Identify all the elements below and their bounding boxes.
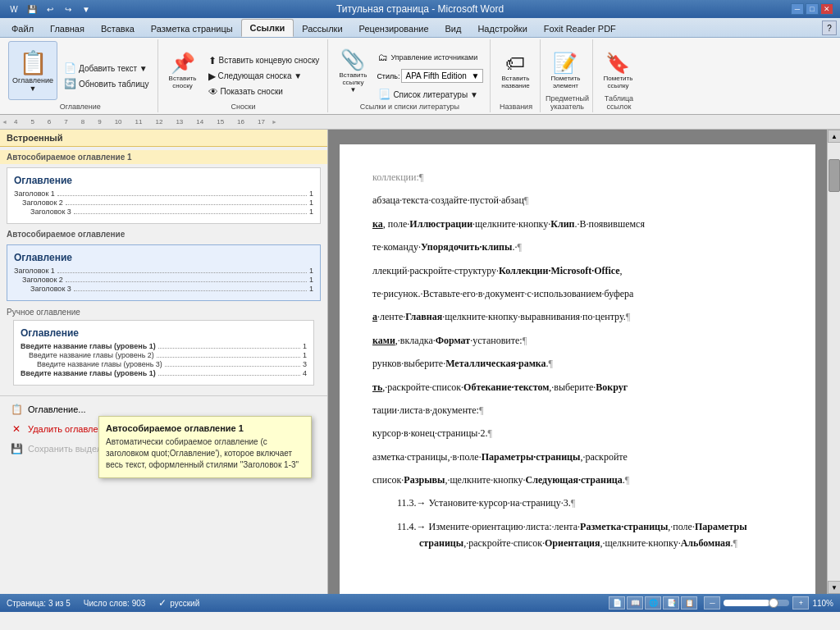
zoom-out-btn[interactable]: ─ (704, 596, 720, 609)
show-footnotes-label: Показать сноски (221, 87, 283, 96)
quick-redo-btn[interactable]: ↪ (61, 2, 75, 16)
print-view-btn[interactable]: 📄 (609, 596, 625, 609)
tab-insert[interactable]: Вставка (93, 21, 143, 37)
ruler: ◄ 4 5 6 7 8 9 10 11 12 13 14 15 16 17 ► (0, 115, 840, 130)
document-page: коллекции:¶ абзаца·текста·создайте·пусто… (340, 144, 815, 594)
outline-view-btn[interactable]: 📑 (663, 596, 679, 609)
close-btn[interactable]: ✕ (820, 3, 833, 15)
tab-addins[interactable]: Надстройки (469, 21, 535, 37)
next-footnote-icon: ▶ (208, 71, 216, 82)
word-count: Число слов: 903 (84, 599, 146, 608)
tab-home[interactable]: Главная (42, 21, 93, 37)
quick-save-btn[interactable]: 💾 (25, 2, 39, 16)
tab-mailings[interactable]: Рассылки (294, 21, 350, 37)
add-text-label: Добавить текст ▼ (79, 64, 148, 73)
ribbon-tabs: Файл Главная Вставка Разметка страницы С… (0, 18, 840, 38)
zoom-bar: ─ + 110% (704, 596, 833, 609)
scroll-track[interactable] (828, 143, 840, 581)
style-value: APA Fifth Edition (405, 71, 466, 80)
maximize-btn[interactable]: □ (806, 3, 819, 15)
auto-toc-1-title: Оглавление (14, 175, 313, 186)
tab-pagelayout[interactable]: Разметка страницы (143, 21, 241, 37)
tab-references[interactable]: Ссылки (241, 19, 294, 37)
mark-citation-btn[interactable]: 🔖 Пометитьссылку (599, 41, 637, 100)
tab-view[interactable]: Вид (437, 21, 470, 37)
insert-citation-btn[interactable]: 📎 Вставитьссылку ▼ (334, 41, 372, 100)
mark-citation-icon: 🔖 (605, 52, 630, 75)
toc-line: Введите название главы (уровень 1)4 (21, 369, 307, 377)
fullscreen-btn[interactable]: 📖 (627, 596, 643, 609)
doc-para-14: список·Разрывы,·щелкните·кнопку·Следующа… (372, 472, 783, 488)
insert-citation-icon: 📎 (340, 48, 365, 71)
manual-toc-box[interactable]: Оглавление Введите название главы (урове… (13, 320, 314, 386)
tab-review[interactable]: Рецензирование (351, 21, 437, 37)
update-table-btn[interactable]: 🔄Обновить таблицу (61, 76, 153, 91)
manage-sources-btn[interactable]: 🗂Управление источниками (375, 50, 485, 65)
add-text-btn[interactable]: 📄Добавить текст ▼ (61, 61, 153, 75)
doc-para-3: ка, поле·Иллюстрации·щелкните·кнопку·Кли… (372, 216, 783, 232)
para-mark: коллекции: (372, 171, 419, 183)
insert-caption-label: Вставитьназвание (501, 75, 529, 89)
window-title: Титульная страница - Microsoft Word (336, 3, 504, 15)
toc-line: Заголовок 11 (14, 267, 313, 275)
save-toc-icon: 💾 (10, 442, 23, 455)
panel-header-label: Встроенный (7, 133, 62, 143)
quick-custom-btn[interactable]: ▼ (79, 2, 94, 16)
insert-endnote-label: Вставить концевую сноску (219, 56, 320, 65)
ribbon-group-toc: 📋 Оглавление ▼ 📄Добавить текст ▼ 🔄Обнови… (3, 39, 158, 112)
manual-toc-label: Ручное оглавление (7, 308, 321, 317)
manage-sources-icon: 🗂 (378, 52, 388, 63)
show-footnotes-btn[interactable]: 👁Показать сноски (205, 84, 323, 99)
insert-footnote-btn[interactable]: 📌 Вставитьсноску (164, 41, 202, 100)
document-scroll-area[interactable]: коллекции:¶ абзаца·текста·создайте·пусто… (328, 130, 827, 594)
tooltip-title: Автособираемое оглавление 1 (106, 423, 304, 433)
scroll-down-btn[interactable]: ▼ (828, 581, 840, 594)
toc-line: Заголовок 31 (14, 285, 313, 293)
insert-caption-btn[interactable]: 🏷 Вставитьназвание (496, 41, 534, 100)
doc-para-10: ть,·раскройте·список·Обтекание·текстом,·… (372, 379, 783, 395)
auto-toc-1-box[interactable]: Оглавление Заголовок 11 Заголовок 21 Заг… (7, 167, 321, 224)
main-area: Встроенный Автособираемое оглавление 1 О… (0, 130, 840, 594)
mark-entry-btn[interactable]: 📝 Пометитьэлемент (546, 41, 584, 100)
update-table-icon: 🔄 (64, 78, 76, 89)
document-area[interactable]: коллекции:¶ абзаца·текста·создайте·пусто… (328, 130, 840, 594)
help-btn[interactable]: ? (822, 21, 837, 35)
toc-button[interactable]: 📋 Оглавление ▼ (8, 41, 57, 100)
zoom-slider[interactable] (724, 600, 789, 606)
doc-para-8: ками,·вкладка·Формат·установите:¶ (372, 332, 783, 349)
draft-view-btn[interactable]: 📋 (681, 596, 697, 609)
web-view-btn[interactable]: 🌐 (645, 596, 661, 609)
auto-toc-2-box[interactable]: Оглавление Заголовок 11 Заголовок 21 Заг… (7, 244, 321, 301)
ribbon-group-cit-table: 🔖 Пометитьссылку Таблица ссылок (594, 39, 643, 112)
toc-line: Заголовок 21 (14, 199, 313, 207)
vertical-scrollbar[interactable]: ▲ ▼ (827, 130, 840, 594)
zoom-fill (724, 600, 769, 606)
bibliography-icon: 📃 (378, 89, 390, 100)
auto-toc-section-2: Автособираемое оглавление Оглавление Заг… (0, 227, 327, 301)
scroll-up-btn[interactable]: ▲ (828, 130, 840, 143)
mark-entry-label: Пометитьэлемент (551, 75, 581, 89)
toc-dropdown-panel: Встроенный Автособираемое оглавление 1 О… (0, 130, 328, 594)
doc-para-13: азметка·страницы,·в·поле·Параметры·стран… (372, 449, 783, 465)
doc-para-1: коллекции:¶ (372, 169, 783, 185)
style-dropdown[interactable]: APA Fifth Edition ▼ (401, 69, 483, 83)
tab-foxit[interactable]: Foxit Reader PDF (536, 21, 624, 37)
language-label: русский (170, 599, 199, 608)
minimize-btn[interactable]: ─ (791, 3, 804, 15)
tab-file[interactable]: Файл (3, 21, 42, 37)
document-text: коллекции:¶ абзаца·текста·создайте·пусто… (372, 169, 783, 552)
mark-citation-label: Пометитьссылку (604, 75, 633, 89)
show-footnotes-icon: 👁 (208, 86, 218, 98)
next-footnote-btn[interactable]: ▶Следующая сноска ▼ (205, 69, 323, 84)
scroll-thumb[interactable] (829, 159, 840, 192)
quick-undo-btn[interactable]: ↩ (43, 2, 57, 16)
toc-settings-icon: 📋 (10, 403, 23, 416)
bibliography-btn[interactable]: 📃Список литературы ▼ (375, 87, 485, 102)
zoom-in-btn[interactable]: + (792, 596, 809, 609)
manual-toc-section: Ручное оглавление Оглавление Введите наз… (0, 304, 327, 392)
insert-endnote-btn[interactable]: ⬆Вставить концевую сноску (205, 53, 323, 68)
zoom-handle[interactable] (769, 598, 778, 608)
style-label: Стиль: (377, 72, 399, 80)
toc-line: Введите название главы (уровень 1)1 (21, 342, 307, 350)
mark-entry-icon: 📝 (553, 52, 578, 75)
